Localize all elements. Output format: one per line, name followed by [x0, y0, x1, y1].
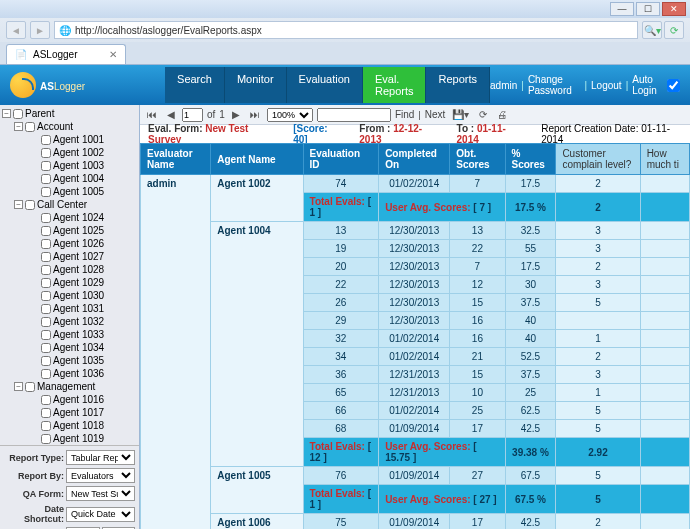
- col-header[interactable]: Agent Name: [211, 144, 303, 175]
- tree-checkbox[interactable]: [41, 369, 51, 379]
- tree-checkbox[interactable]: [25, 382, 35, 392]
- auto-login-label: Auto Login: [632, 74, 663, 96]
- logo-icon: [10, 72, 36, 98]
- tree-checkbox[interactable]: [41, 174, 51, 184]
- report-grid-scroll[interactable]: Evaluator NameAgent NameEvaluation IDCom…: [140, 143, 690, 529]
- tree-toggle-icon[interactable]: −: [2, 109, 11, 118]
- next-page-icon[interactable]: ▶: [229, 108, 243, 121]
- tree-checkbox[interactable]: [41, 265, 51, 275]
- find-input[interactable]: [317, 108, 391, 122]
- print-icon[interactable]: 🖨: [494, 108, 510, 121]
- back-button[interactable]: ◄: [6, 21, 26, 39]
- table-row: Agent 10067501/09/20141742.52: [141, 514, 690, 530]
- window-minimize-button[interactable]: —: [610, 2, 634, 16]
- main-nav: SearchMonitorEvaluationEval. ReportsRepo…: [165, 67, 490, 103]
- zoom-select[interactable]: 100%: [267, 108, 313, 122]
- url-field[interactable]: 🌐 http://localhost/aslogger/EvalReports.…: [54, 21, 638, 39]
- nav-eval-reports[interactable]: Eval. Reports: [363, 67, 427, 103]
- user-name[interactable]: admin: [490, 80, 517, 91]
- col-header[interactable]: How much ti: [640, 144, 689, 175]
- col-header[interactable]: Customer complain level?: [556, 144, 640, 175]
- col-header[interactable]: Evaluator Name: [141, 144, 211, 175]
- tree-checkbox[interactable]: [41, 395, 51, 405]
- tree-checkbox[interactable]: [25, 200, 35, 210]
- tree-checkbox[interactable]: [41, 434, 51, 444]
- browser-tab[interactable]: 📄 ASLogger ✕: [6, 44, 126, 64]
- tree-checkbox[interactable]: [41, 291, 51, 301]
- tree-checkbox[interactable]: [41, 226, 51, 236]
- nav-monitor[interactable]: Monitor: [225, 67, 287, 103]
- window-close-button[interactable]: ✕: [662, 2, 686, 16]
- tree-checkbox[interactable]: [13, 109, 23, 119]
- change-password-link[interactable]: Change Password: [528, 74, 581, 96]
- tree-toggle-icon[interactable]: −: [14, 382, 23, 391]
- tree-checkbox[interactable]: [41, 161, 51, 171]
- nav-search[interactable]: Search: [165, 67, 225, 103]
- tree-checkbox[interactable]: [41, 135, 51, 145]
- tree-toggle-icon[interactable]: −: [14, 200, 23, 209]
- report-grid: Evaluator NameAgent NameEvaluation IDCom…: [140, 143, 690, 529]
- browser-chrome: — ☐ ✕ ◄ ► 🌐 http://localhost/aslogger/Ev…: [0, 0, 690, 65]
- tab-title: ASLogger: [33, 49, 77, 60]
- refresh-button[interactable]: ⟳: [664, 21, 684, 39]
- report-type-select[interactable]: Tabular Report: [66, 450, 135, 465]
- date-shortcut-select[interactable]: Quick Date selection: [66, 507, 135, 522]
- nav-reports[interactable]: Reports: [426, 67, 490, 103]
- tree-checkbox[interactable]: [25, 122, 35, 132]
- tree-checkbox[interactable]: [41, 317, 51, 327]
- url-text: http://localhost/aslogger/EvalReports.as…: [75, 25, 262, 36]
- export-icon[interactable]: 💾▾: [449, 108, 472, 121]
- globe-icon: 🌐: [59, 25, 71, 36]
- last-page-icon[interactable]: ⏭: [247, 108, 263, 121]
- app-header: ASLogger SearchMonitorEvaluationEval. Re…: [0, 65, 690, 105]
- table-row: adminAgent 10027401/02/2014717.52: [141, 175, 690, 193]
- window-title-bar: — ☐ ✕: [0, 0, 690, 18]
- logo: ASLogger: [10, 72, 85, 98]
- col-header[interactable]: Completed On: [379, 144, 450, 175]
- tree-checkbox[interactable]: [41, 252, 51, 262]
- main-area: − Parent− Account Agent 1001 Agent 1002 …: [0, 105, 690, 529]
- address-bar: ◄ ► 🌐 http://localhost/aslogger/EvalRepo…: [0, 18, 690, 42]
- table-row: Agent 10041312/30/20131332.53: [141, 222, 690, 240]
- tree-checkbox[interactable]: [41, 330, 51, 340]
- qa-form-select[interactable]: New Test Survey: [66, 486, 135, 501]
- report-by-select[interactable]: Evaluators: [66, 468, 135, 483]
- tree-checkbox[interactable]: [41, 408, 51, 418]
- next-label[interactable]: Next: [425, 109, 446, 120]
- report-pane: ⏮ ◀ of 1 ▶ ⏭ 100% Find | Next 💾▾ ⟳ 🖨 Eva…: [140, 105, 690, 529]
- table-row: Agent 10057601/09/20142767.55: [141, 467, 690, 485]
- report-toolbar: ⏮ ◀ of 1 ▶ ⏭ 100% Find | Next 💾▾ ⟳ 🖨: [140, 105, 690, 125]
- window-maximize-button[interactable]: ☐: [636, 2, 660, 16]
- tab-strip: 📄 ASLogger ✕: [0, 42, 690, 64]
- refresh-report-icon[interactable]: ⟳: [476, 108, 490, 121]
- tree-checkbox[interactable]: [41, 421, 51, 431]
- user-links: admin | Change Password | Logout | Auto …: [490, 74, 680, 96]
- col-header[interactable]: % Scores: [505, 144, 556, 175]
- filter-form: Report Type:Tabular Report Report By:Eva…: [0, 445, 139, 529]
- first-page-icon[interactable]: ⏮: [144, 108, 160, 121]
- tree-checkbox[interactable]: [41, 304, 51, 314]
- favicon-icon: 📄: [15, 49, 27, 60]
- report-info-bar: Eval. Form: New Test Survey [Score: 40] …: [140, 125, 690, 143]
- col-header[interactable]: Evaluation ID: [303, 144, 379, 175]
- tab-close-icon[interactable]: ✕: [109, 49, 117, 60]
- tree-toggle-icon[interactable]: −: [14, 122, 23, 131]
- nav-evaluation[interactable]: Evaluation: [287, 67, 363, 103]
- sidebar: − Parent− Account Agent 1001 Agent 1002 …: [0, 105, 140, 529]
- tree-checkbox[interactable]: [41, 356, 51, 366]
- tree-checkbox[interactable]: [41, 239, 51, 249]
- prev-page-icon[interactable]: ◀: [164, 108, 178, 121]
- page-current-input[interactable]: [182, 108, 203, 122]
- logout-link[interactable]: Logout: [591, 80, 622, 91]
- tree-checkbox[interactable]: [41, 213, 51, 223]
- agent-tree: − Parent− Account Agent 1001 Agent 1002 …: [0, 107, 139, 445]
- col-header[interactable]: Obt. Scores: [450, 144, 505, 175]
- tree-checkbox[interactable]: [41, 187, 51, 197]
- tree-checkbox[interactable]: [41, 148, 51, 158]
- tree-checkbox[interactable]: [41, 343, 51, 353]
- forward-button[interactable]: ►: [30, 21, 50, 39]
- tree-checkbox[interactable]: [41, 278, 51, 288]
- find-label[interactable]: Find: [395, 109, 414, 120]
- auto-login-checkbox[interactable]: [667, 79, 680, 92]
- search-dropdown-icon[interactable]: 🔍▾: [642, 21, 662, 39]
